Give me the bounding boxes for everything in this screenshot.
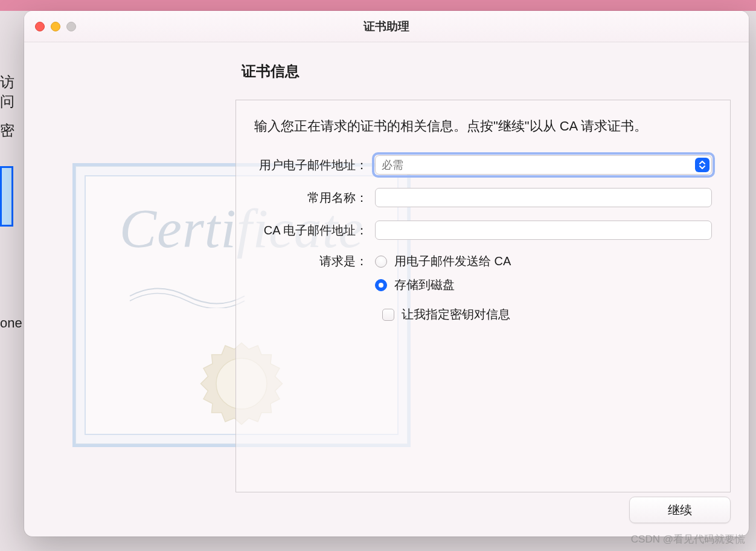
radio-save-to-disk[interactable]: 存储到磁盘 [375,277,712,293]
row-keypair-checkbox: 让我指定密钥对信息 [382,306,712,323]
chevrons-updown-icon [699,161,706,169]
form-panel: 输入您正在请求的证书的相关信息。点按"继续"以从 CA 请求证书。 用户电子邮件… [235,100,731,492]
row-user-email: 用户电子邮件地址： [254,155,712,175]
combobox-dropdown-button[interactable] [695,158,710,172]
checkbox-specify-keypair[interactable]: 让我指定密钥对信息 [382,306,712,323]
background-text-fragment: 访问 [0,72,24,111]
traffic-lights [35,22,76,31]
label-request: 请求是： [254,253,375,269]
background-text-fragment: one [0,315,22,331]
request-radio-group: 用电子邮件发送给 CA 存储到磁盘 [375,253,712,293]
row-request: 请求是： 用电子邮件发送给 CA 存储到磁盘 [254,253,712,293]
background-text-fragment: 密 [0,121,24,140]
row-ca-email: CA 电子邮件地址： [254,221,712,240]
row-common-name: 常用名称： [254,188,712,207]
background-window-titlebar [0,0,756,11]
page-heading: 证书信息 [242,62,731,81]
label-common-name: 常用名称： [254,190,375,206]
window-title: 证书助理 [364,19,409,34]
ca-email-field[interactable] [375,221,712,240]
page-description: 输入您正在请求的证书的相关信息。点按"继续"以从 CA 请求证书。 [254,115,712,137]
window-content: Certificate 证书信息 输入您正在请求的证书的相关信息。点按"继续"以… [24,42,749,536]
label-user-email: 用户电子邮件地址： [254,157,375,173]
radio-email-to-ca[interactable]: 用电子邮件发送给 CA [375,253,712,269]
radio-icon [375,256,387,268]
certificate-assistant-window: 证书助理 Certificate 证书信息 输入您正在请求的证书的相关信息。点按… [24,11,749,536]
user-email-combobox[interactable] [375,155,712,175]
swirl-icon [127,284,248,308]
radio-icon [375,279,387,291]
checkbox-icon [382,309,394,321]
radio-label: 存储到磁盘 [394,277,455,293]
minimize-button[interactable] [51,22,60,31]
continue-button[interactable]: 继续 [629,497,731,523]
radio-label: 用电子邮件发送给 CA [394,253,511,269]
background-selected-item [0,166,13,227]
window-titlebar[interactable]: 证书助理 [24,11,749,42]
label-ca-email: CA 电子邮件地址： [254,222,375,239]
checkbox-label: 让我指定密钥对信息 [402,306,510,323]
close-button[interactable] [35,22,45,31]
common-name-field[interactable] [375,188,712,207]
user-email-field[interactable] [375,155,712,175]
zoom-button [66,22,76,31]
footer-buttons: 继续 [629,497,731,523]
